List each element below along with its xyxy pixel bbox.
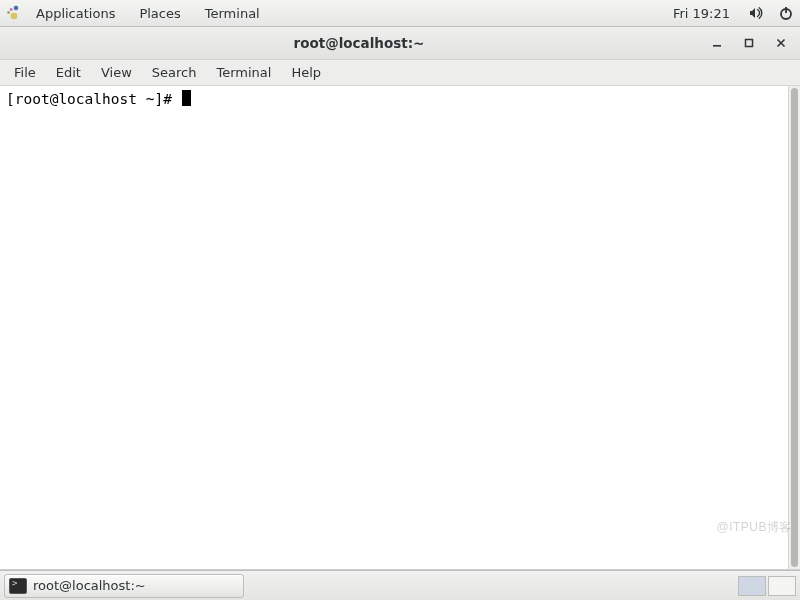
svg-rect-7 xyxy=(746,40,753,47)
workspace-1[interactable] xyxy=(738,576,766,596)
menu-places[interactable]: Places xyxy=(129,2,190,25)
svg-point-0 xyxy=(14,6,19,11)
menu-applications[interactable]: Applications xyxy=(26,2,125,25)
menu-terminal-launcher[interactable]: Terminal xyxy=(195,2,270,25)
terminal-cursor xyxy=(182,90,191,106)
menu-terminal[interactable]: Terminal xyxy=(206,61,281,84)
menu-help[interactable]: Help xyxy=(281,61,331,84)
svg-rect-6 xyxy=(713,45,721,47)
svg-point-2 xyxy=(7,11,9,13)
scrollbar-thumb[interactable] xyxy=(791,88,798,567)
workspace-2[interactable] xyxy=(768,576,796,596)
terminal-scrollbar[interactable] xyxy=(788,86,800,569)
clock[interactable]: Fri 19:21 xyxy=(667,6,736,21)
svg-point-1 xyxy=(10,8,13,11)
top-panel: Applications Places Terminal Fri 19:21 xyxy=(0,0,800,27)
maximize-button[interactable] xyxy=(742,36,756,50)
volume-icon[interactable] xyxy=(746,3,766,23)
terminal-prompt: [root@localhost ~]# xyxy=(6,91,181,107)
minimize-button[interactable] xyxy=(710,36,724,50)
taskbar-item-terminal[interactable]: root@localhost:~ xyxy=(4,574,244,598)
svg-point-3 xyxy=(11,13,18,19)
desktop-area: root@localhost:~ File Edit View Search T… xyxy=(0,27,800,570)
menu-search[interactable]: Search xyxy=(142,61,207,84)
window-title: root@localhost:~ xyxy=(8,35,710,51)
gnome-logo-icon xyxy=(4,4,22,22)
close-button[interactable] xyxy=(774,36,788,50)
menu-view[interactable]: View xyxy=(91,61,142,84)
terminal-viewport[interactable]: [root@localhost ~]# xyxy=(0,86,788,569)
menu-edit[interactable]: Edit xyxy=(46,61,91,84)
terminal-window: root@localhost:~ File Edit View Search T… xyxy=(0,27,800,570)
power-icon[interactable] xyxy=(776,3,796,23)
terminal-menubar: File Edit View Search Terminal Help xyxy=(0,60,800,86)
menu-file[interactable]: File xyxy=(4,61,46,84)
bottom-panel: root@localhost:~ xyxy=(0,570,800,600)
taskbar-item-label: root@localhost:~ xyxy=(33,578,146,593)
window-titlebar[interactable]: root@localhost:~ xyxy=(0,27,800,60)
workspace-pager xyxy=(738,576,796,596)
terminal-icon xyxy=(9,578,27,594)
